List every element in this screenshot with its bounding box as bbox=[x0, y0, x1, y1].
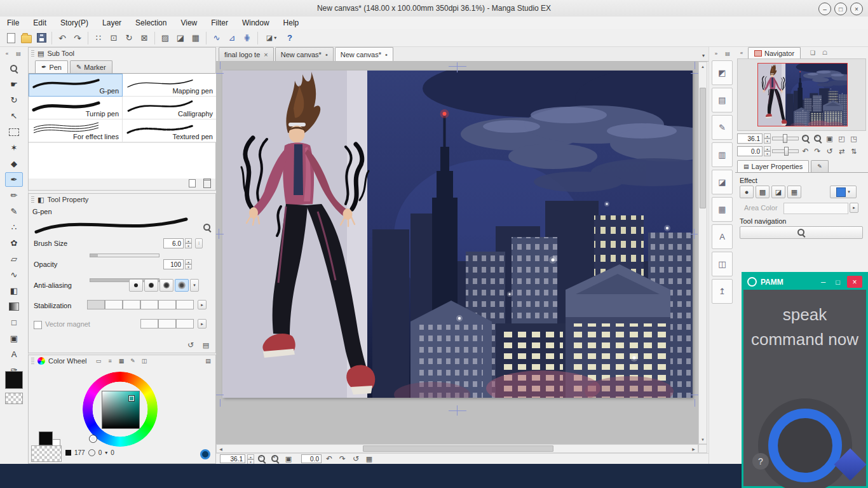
doc-tab-final-logo[interactable]: final logo te × bbox=[219, 47, 274, 61]
tab-layer-option[interactable]: ✎ bbox=[811, 160, 829, 172]
fit-to-screen-icon[interactable]: ▣ bbox=[283, 454, 294, 464]
panel-tab-material[interactable]: ▤ bbox=[712, 88, 733, 112]
saturation-square[interactable] bbox=[102, 391, 140, 429]
vertical-scrollbar[interactable]: ▲ ▼ bbox=[698, 62, 707, 444]
show-all-settings-icon[interactable]: ▤ bbox=[200, 340, 212, 350]
aa-strong-icon[interactable] bbox=[175, 279, 189, 292]
text-tool-icon[interactable]: A bbox=[5, 347, 23, 362]
eyedropper-tool-icon[interactable]: ◆ bbox=[5, 156, 23, 171]
panel-tab-subtool-detail[interactable]: ✎ bbox=[712, 115, 733, 140]
actual-size-icon[interactable]: ▣ bbox=[824, 133, 835, 144]
view-mode-dropdown[interactable]: ◪▾ bbox=[261, 31, 281, 45]
save-icon[interactable] bbox=[34, 31, 48, 45]
brush-textured-pen[interactable]: Textured pen bbox=[123, 119, 217, 142]
new-document-icon[interactable] bbox=[4, 31, 18, 45]
rotation-value[interactable]: 0.0 bbox=[301, 454, 322, 463]
gradient-tool-icon[interactable] bbox=[5, 299, 23, 314]
stabilization-segment[interactable] bbox=[87, 300, 105, 309]
pen-tool-icon[interactable]: ✒ bbox=[5, 172, 23, 187]
brush-size-spinner[interactable]: ▴▾ bbox=[185, 238, 192, 248]
reset-rotation-icon[interactable]: ↺ bbox=[350, 454, 362, 464]
menu-filter[interactable]: Filter bbox=[204, 17, 235, 29]
stabilization-segment[interactable] bbox=[105, 300, 123, 309]
strip-collapse-icon[interactable]: « bbox=[2, 49, 12, 58]
tool-navigation-button[interactable] bbox=[740, 226, 863, 239]
canvas-viewport[interactable] bbox=[216, 62, 698, 444]
menu-selection[interactable]: Selection bbox=[128, 17, 173, 29]
panel-grip-icon[interactable] bbox=[31, 50, 34, 57]
color-tab-mixer-icon[interactable]: ✎ bbox=[128, 357, 138, 365]
title-bar[interactable]: New canvas* (148.00 x 100.00mm 350dpi 36… bbox=[0, 0, 868, 17]
panel-tab-quick-access[interactable]: ◩ bbox=[712, 60, 733, 85]
color-picker-mode-icon[interactable] bbox=[200, 449, 210, 459]
color-wheel-header[interactable]: Color Wheel ▭ ≡ ▦ ✎ ◫ ▤ bbox=[29, 355, 215, 367]
snap-grid-icon[interactable]: ⋕ bbox=[240, 31, 254, 45]
layer-color-dropdown[interactable]: ▾ bbox=[830, 186, 857, 198]
primary-color-swatch[interactable] bbox=[39, 431, 53, 445]
pamm-help-icon[interactable]: ? bbox=[752, 453, 769, 470]
navigator-thumbnail[interactable] bbox=[758, 64, 847, 126]
pamm-title-bar[interactable]: PAMM – □ × bbox=[743, 274, 866, 290]
zoom-in-icon[interactable]: + bbox=[812, 133, 823, 144]
brush-size-options-icon[interactable]: ⁝ bbox=[195, 238, 203, 248]
fit-to-window-icon[interactable]: ◳ bbox=[848, 133, 859, 144]
panel-tab-layer[interactable]: ▦ bbox=[712, 197, 733, 222]
snap-special-ruler-icon[interactable]: ⊿ bbox=[225, 31, 239, 45]
brush-turnip-pen[interactable]: Turnip pen bbox=[29, 97, 123, 119]
pencil-tool-icon[interactable]: ✏ bbox=[5, 188, 23, 203]
tab-layer-properties[interactable]: ▤ Layer Properties bbox=[737, 160, 809, 172]
decoration-tool-icon[interactable]: ✿ bbox=[5, 236, 23, 250]
stabilization-expand-icon[interactable]: ▸ bbox=[198, 300, 207, 309]
redo-icon[interactable]: ↷ bbox=[71, 31, 85, 45]
pamm-minimize-icon[interactable]: – bbox=[818, 277, 829, 287]
pamm-window[interactable]: PAMM – □ × speak command now ? bbox=[742, 272, 868, 488]
brush-calligraphy[interactable]: Calligraphy bbox=[123, 97, 217, 119]
transparent-color-swatch[interactable] bbox=[5, 393, 23, 404]
brush-size-slider[interactable] bbox=[90, 254, 159, 257]
crop-icon[interactable]: ⊡ bbox=[107, 31, 121, 45]
area-color-field[interactable] bbox=[783, 203, 848, 214]
hue-cursor[interactable] bbox=[90, 435, 97, 442]
copy-subtool-icon[interactable] bbox=[186, 178, 198, 188]
vector-magnet-expand-icon[interactable]: ▸ bbox=[198, 319, 207, 329]
tab-marker[interactable]: ✎ Marker bbox=[70, 60, 112, 73]
stabilization-segment[interactable] bbox=[176, 300, 194, 309]
panel-float-icon[interactable]: ❏ bbox=[808, 48, 818, 57]
color-tab-slider-icon[interactable]: ≡ bbox=[105, 357, 115, 365]
navigator-zoom-value[interactable]: 36.1 bbox=[737, 133, 763, 144]
zoom-out-icon[interactable]: − bbox=[256, 454, 268, 464]
tab-pen[interactable]: ✒ Pen bbox=[35, 60, 68, 73]
undo-icon[interactable]: ↶ bbox=[55, 31, 69, 45]
subtool-header[interactable]: ▤ Sub Tool bbox=[29, 48, 215, 59]
zoom-value[interactable]: 36.1 bbox=[220, 454, 245, 463]
select-launcher-icon[interactable]: ▨ bbox=[158, 31, 172, 45]
aa-middle-icon[interactable] bbox=[159, 279, 173, 292]
opacity-spinner[interactable]: ▴▾ bbox=[185, 259, 192, 269]
delete-subtool-icon[interactable] bbox=[201, 178, 213, 188]
scroll-right-icon[interactable]: ▶ bbox=[689, 445, 698, 452]
effect-tone-icon[interactable]: ▩ bbox=[756, 186, 770, 198]
dock-collapse-icon[interactable]: « bbox=[737, 48, 746, 57]
panel-tab-info[interactable]: ↥ bbox=[712, 279, 733, 304]
navigator-rotation-value[interactable]: 0.0 bbox=[737, 146, 763, 156]
aa-none-icon[interactable] bbox=[129, 279, 143, 292]
sv-cursor[interactable] bbox=[129, 396, 134, 401]
frame-border-tool-icon[interactable]: ▣ bbox=[5, 331, 23, 346]
aa-weak-icon[interactable] bbox=[144, 279, 158, 292]
scroll-up-icon[interactable]: ▲ bbox=[699, 62, 707, 71]
brush-tool-icon[interactable]: ✎ bbox=[5, 204, 23, 219]
color-tab-history-icon[interactable]: ◫ bbox=[140, 357, 149, 365]
rotate-canvas-icon[interactable]: ↻ bbox=[122, 31, 136, 45]
brush-for-effect-lines[interactable]: For effect lines bbox=[29, 119, 123, 142]
close-icon[interactable]: × bbox=[850, 3, 863, 15]
eraser-tool-icon[interactable]: ▱ bbox=[5, 252, 23, 266]
minimize-icon[interactable]: – bbox=[818, 3, 831, 15]
panel-tab-tone[interactable]: ◪ bbox=[712, 170, 733, 194]
panel-grip-icon[interactable] bbox=[31, 358, 34, 365]
opacity-value[interactable]: 100 bbox=[163, 259, 184, 269]
doc-tab-new-canvas-1[interactable]: New canvas* • bbox=[275, 47, 334, 61]
pamm-maximize-icon[interactable]: □ bbox=[832, 278, 843, 286]
marquee-tool-icon[interactable] bbox=[5, 125, 23, 139]
transform-icon[interactable]: ∷ bbox=[92, 31, 105, 45]
grid-toggle-icon[interactable]: ▦ bbox=[363, 454, 375, 464]
